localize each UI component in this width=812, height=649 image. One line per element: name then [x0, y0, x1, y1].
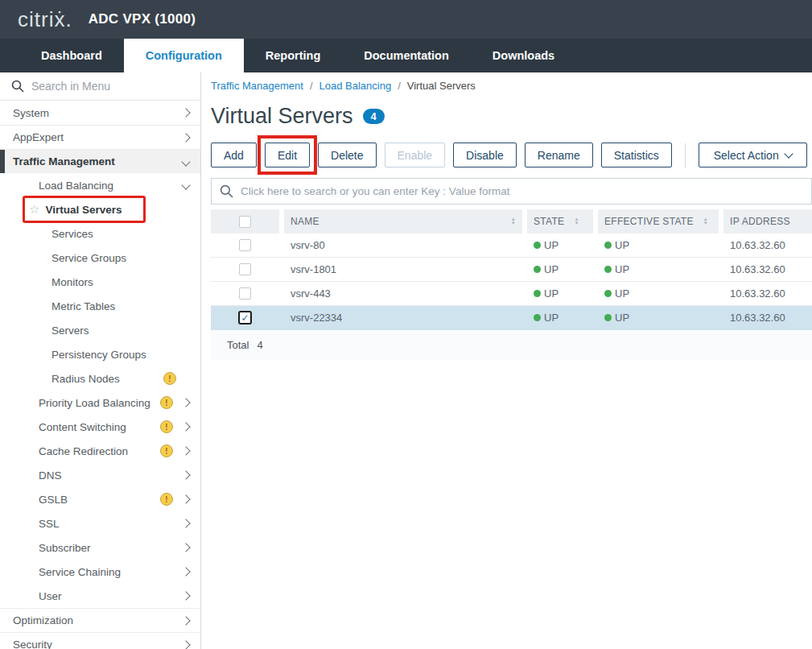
chevron-right-icon — [181, 640, 190, 649]
sidebar-item-servers[interactable]: Servers — [0, 318, 200, 342]
row-checkbox[interactable] — [239, 239, 251, 251]
sidebar-item-metric-tables[interactable]: Metric Tables — [0, 294, 200, 318]
chevron-down-icon — [181, 180, 190, 189]
ip-address-cell: 10.63.32.60 — [723, 258, 812, 281]
nav-tab-reporting[interactable]: Reporting — [244, 39, 342, 72]
sidebar-item-gslb[interactable]: GSLB! — [0, 487, 200, 511]
sidebar-item-traffic-management[interactable]: Traffic Management — [0, 149, 200, 173]
status-up-dot — [534, 266, 541, 273]
delete-button[interactable]: Delete — [318, 143, 376, 167]
effective-state-cell: UP — [598, 258, 719, 281]
sort-icon[interactable]: ▲▼ — [703, 217, 708, 225]
table-search-input[interactable]: Click here to search or you can enter Ke… — [211, 178, 812, 205]
sidebar-item-label: Subscriber — [39, 542, 91, 554]
table-row-vsrv-80[interactable]: vsrv-80UPUP10.63.32.60 — [211, 234, 812, 258]
row-checkbox[interactable] — [239, 263, 251, 275]
row-checkbox[interactable] — [239, 287, 251, 300]
warning-icon: ! — [163, 372, 176, 385]
table-row-vsrv-1801[interactable]: vsrv-1801UPUP10.63.32.60 — [211, 258, 812, 282]
warning-icon: ! — [160, 396, 173, 409]
column-header-state[interactable]: STATE▲▼ — [527, 209, 593, 234]
sidebar-item-label: Persistency Groups — [52, 349, 146, 361]
nav-tab-configuration[interactable]: Configuration — [124, 39, 244, 72]
sidebar-item-ssl[interactable]: SSL — [0, 511, 200, 535]
sidebar-item-cache-redirection[interactable]: Cache Redirection! — [0, 439, 200, 463]
sidebar-item-content-switching[interactable]: Content Switching! — [0, 415, 200, 439]
sidebar-item-services[interactable]: Services — [0, 221, 200, 246]
status-label: UP — [615, 287, 629, 300]
sidebar-item-label: GSLB — [39, 494, 68, 506]
sidebar-item-label: Radius Nodes — [52, 373, 120, 385]
chevron-right-icon — [181, 133, 190, 142]
sidebar-item-security[interactable]: Security — [0, 632, 200, 649]
sidebar-item-subscriber[interactable]: Subscriber — [0, 535, 200, 560]
sidebar-item-radius-nodes[interactable]: Radius Nodes! — [0, 366, 200, 391]
warning-icon: ! — [160, 444, 173, 457]
sidebar-item-label: Security — [13, 639, 52, 649]
sidebar-item-appexpert[interactable]: AppExpert — [0, 125, 200, 149]
sidebar-item-service-groups[interactable]: Service Groups — [0, 246, 200, 270]
sidebar-item-label: Load Balancing — [39, 180, 113, 192]
masthead: citriẋ. ADC VPX (1000) — [0, 0, 812, 39]
add-button[interactable]: Add — [211, 143, 257, 167]
sidebar-item-priority-load-balancing[interactable]: Priority Load Balancing! — [0, 391, 200, 415]
row-checkbox[interactable]: ✓ — [238, 311, 252, 324]
primary-nav: DashboardConfigurationReportingDocumenta… — [0, 39, 812, 72]
sidebar-item-dns[interactable]: DNS — [0, 463, 200, 487]
disable-button[interactable]: Disable — [453, 143, 517, 167]
breadcrumb-link-load-balancing[interactable]: Load Balancing — [319, 80, 392, 92]
sort-icon[interactable]: ▲▼ — [574, 217, 579, 225]
sidebar-item-persistency-groups[interactable]: Persistency Groups — [0, 342, 200, 366]
sidebar: Search in Menu SystemAppExpertTraffic Ma… — [0, 72, 201, 649]
column-header-name[interactable]: NAME▲▼ — [284, 209, 522, 234]
sidebar-item-service-chaining[interactable]: Service Chaining — [0, 560, 200, 584]
chevron-right-icon — [181, 494, 190, 503]
select-action-label: Select Action — [714, 149, 779, 162]
column-header-effective-state[interactable]: EFFECTIVE STATE▲▼ — [598, 209, 719, 234]
name-cell: vsrv-443 — [284, 282, 522, 305]
sort-icon[interactable]: ▲▼ — [511, 217, 516, 225]
sidebar-item-label: Service Groups — [52, 252, 126, 264]
table-body: vsrv-80UPUP10.63.32.60vsrv-1801UPUP10.63… — [211, 234, 812, 330]
menu-search-input[interactable]: Search in Menu — [0, 72, 200, 101]
column-header-ip-address[interactable]: IP ADDRESS — [723, 209, 812, 234]
table-footer: Total 4 — [211, 330, 812, 360]
effective-state-cell: UP — [598, 282, 719, 305]
sidebar-item-monitors[interactable]: Monitors — [0, 270, 200, 294]
row-checkbox-cell — [211, 258, 279, 281]
nav-tab-downloads[interactable]: Downloads — [471, 39, 576, 72]
sidebar-item-user[interactable]: User — [0, 584, 200, 608]
breadcrumb-current: Virtual Servers — [407, 80, 476, 92]
column-header-label: NAME — [291, 216, 319, 227]
sidebar-item-optimization[interactable]: Optimization — [0, 608, 200, 632]
name-cell: vsrv-1801 — [284, 258, 522, 281]
sidebar-item-system[interactable]: System — [0, 101, 200, 125]
ip-address-cell: 10.63.32.60 — [723, 306, 812, 329]
status-up-dot — [534, 242, 541, 249]
sidebar-item-label: Services — [52, 228, 93, 240]
select-all-checkbox[interactable] — [239, 216, 251, 228]
citrix-logo: citriẋ. — [18, 7, 72, 32]
edit-button[interactable]: Edit — [265, 143, 310, 167]
sidebar-item-label: Virtual Servers — [45, 204, 122, 216]
status-label: UP — [544, 263, 559, 275]
status-up-dot — [604, 314, 612, 321]
total-label: Total — [227, 339, 249, 351]
sidebar-item-virtual-servers[interactable]: ☆Virtual Servers — [0, 197, 200, 221]
statistics-button[interactable]: Statistics — [601, 143, 672, 167]
sidebar-item-load-balancing[interactable]: Load Balancing — [0, 173, 200, 197]
rename-button[interactable]: Rename — [525, 143, 593, 167]
chevron-down-icon — [181, 157, 190, 166]
table-row-vsrv-443[interactable]: vsrv-443UPUP10.63.32.60 — [211, 282, 812, 306]
nav-tab-documentation[interactable]: Documentation — [342, 39, 471, 72]
breadcrumb-link-traffic-management[interactable]: Traffic Management — [211, 80, 303, 92]
chevron-right-icon — [181, 567, 190, 576]
nav-tab-dashboard[interactable]: Dashboard — [19, 39, 124, 72]
status-label: UP — [615, 239, 629, 251]
table-row-vsrv-22334[interactable]: ✓vsrv-22334UPUP10.63.32.60 — [211, 306, 812, 330]
state-cell: UP — [527, 306, 593, 329]
warning-icon: ! — [160, 493, 173, 506]
row-checkbox-cell — [211, 282, 279, 305]
effective-state-cell: UP — [598, 234, 719, 257]
select-action-button[interactable]: Select Action — [699, 143, 807, 167]
